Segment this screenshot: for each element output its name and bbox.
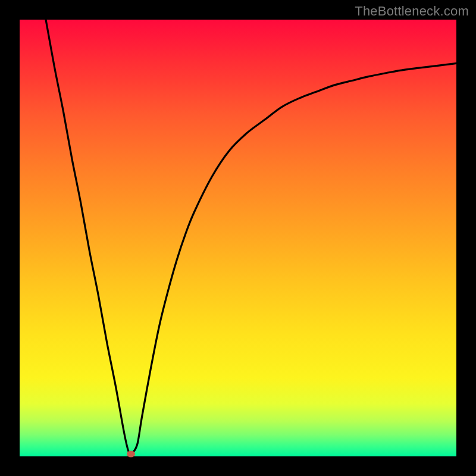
plot-area <box>20 20 456 456</box>
watermark-text: TheBottleneck.com <box>355 4 469 19</box>
optimum-marker <box>127 450 135 457</box>
bottleneck-curve <box>20 20 456 456</box>
chart-frame: TheBottleneck.com <box>0 0 476 476</box>
